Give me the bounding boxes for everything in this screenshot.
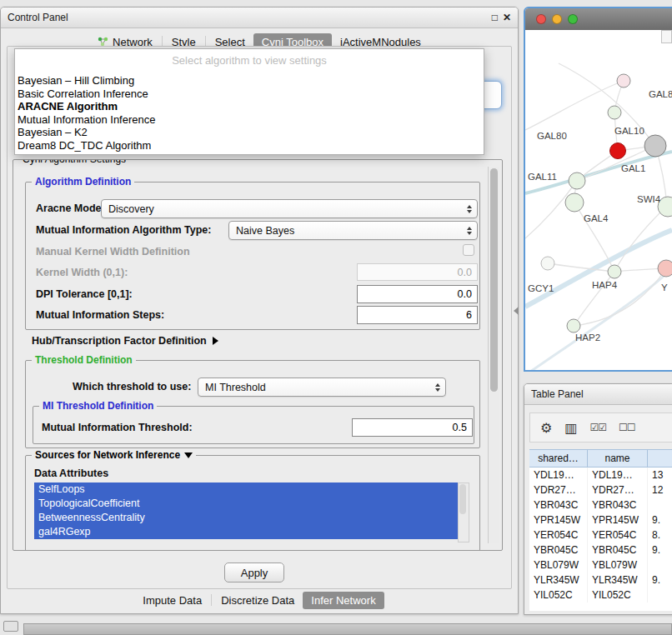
kernel-width-input[interactable]: [357, 263, 478, 281]
table-cell[interactable]: 12: [648, 482, 672, 498]
close-window-icon[interactable]: ✕: [503, 12, 511, 23]
bottom-status-strip: [23, 623, 672, 635]
graph-node-hap2[interactable]: [567, 319, 580, 332]
splitter-collapse-arrow[interactable]: [514, 307, 519, 315]
settings-scrollbar[interactable]: [488, 167, 499, 543]
table-cell[interactable]: YIL052C: [529, 588, 588, 602]
table-cell[interactable]: 9.: [648, 512, 672, 528]
graph-node-gal1[interactable]: [644, 135, 666, 157]
table-cell[interactable]: YBR045C: [588, 542, 648, 558]
restore-panel-icon[interactable]: [3, 621, 18, 632]
which-threshold-select[interactable]: MI Threshold: [198, 378, 446, 397]
apply-button[interactable]: Apply: [224, 562, 284, 582]
mi-steps-input[interactable]: [357, 306, 478, 324]
table-cell[interactable]: YER054C: [529, 528, 588, 542]
gear-icon[interactable]: ⚙: [540, 420, 552, 436]
graph-node-gal4[interactable]: [565, 193, 584, 212]
algorithm-option[interactable]: Mutual Information Inference: [15, 113, 484, 127]
table-header-row: shared… name: [529, 449, 672, 468]
table-cell[interactable]: YER054C: [588, 528, 648, 542]
table-panel-titlebar[interactable]: Table Panel: [524, 384, 672, 405]
dpi-tolerance-label: DPI Tolerance [0,1]:: [36, 288, 133, 300]
canvas-scrollbar-top[interactable]: [661, 30, 672, 43]
attribute-item-selected[interactable]: gal4RGexp: [34, 525, 458, 539]
close-traffic-light[interactable]: [536, 14, 546, 24]
control-panel-titlebar[interactable]: Control Panel □ ✕: [1, 8, 518, 28]
mi-threshold-input[interactable]: [352, 418, 473, 437]
algorithm-option[interactable]: Bayesian – K2: [15, 126, 484, 139]
graph-node-gal11[interactable]: [569, 172, 585, 189]
sources-group-title[interactable]: Sources for Network Inference: [32, 449, 196, 461]
algorithm-option[interactable]: Bayesian – Hill Climbing: [15, 74, 484, 88]
mi-algorithm-type-select[interactable]: Naive Bayes: [228, 221, 478, 240]
table-row[interactable]: YPR145W YPR145W 9.: [529, 512, 672, 528]
table-row[interactable]: YIL052C YIL052C: [529, 588, 672, 602]
table-cell[interactable]: YLR345W: [529, 572, 588, 588]
deselect-all-columns-icon[interactable]: ☐☐: [619, 422, 635, 433]
table-cell[interactable]: YIL052C: [588, 588, 648, 602]
float-window-icon[interactable]: □: [492, 12, 498, 23]
manual-kernel-width-checkbox[interactable]: [463, 244, 474, 256]
table-row[interactable]: YDR27… YDR27… 12: [529, 482, 672, 498]
attributes-scrollbar-thumb[interactable]: [459, 484, 466, 514]
table-cell[interactable]: YDR27…: [529, 482, 588, 498]
table-header-cell[interactable]: shared…: [529, 449, 588, 468]
table-cell[interactable]: YDR27…: [588, 482, 648, 498]
algorithm-option[interactable]: Basic Correlation Inference: [15, 88, 484, 101]
table-row[interactable]: YLR345W YLR345W 9.: [529, 572, 672, 588]
attribute-item-selected[interactable]: BetweennessCentrality: [34, 511, 458, 525]
select-all-columns-icon[interactable]: ☑☑: [589, 422, 606, 433]
tab-infer-network[interactable]: Infer Network: [303, 592, 384, 609]
attributes-scrollbar[interactable]: [458, 482, 469, 542]
graph-node[interactable]: [658, 260, 672, 277]
algorithm-option-selected[interactable]: ARACNE Algorithm: [15, 100, 484, 113]
table-cell[interactable]: YBR045C: [529, 542, 588, 558]
table-cell[interactable]: [648, 498, 672, 512]
table-cell[interactable]: YDL19…: [529, 468, 588, 482]
mi-threshold-definition-title: MI Threshold Definition: [39, 400, 157, 412]
table-cell[interactable]: YLR345W: [588, 572, 648, 588]
table-cell[interactable]: YBR043C: [529, 498, 588, 512]
table-cell[interactable]: YBR043C: [588, 498, 648, 512]
algorithm-option[interactable]: Dream8 DC_TDC Algorithm: [15, 139, 484, 152]
tab-infer-network-label: Infer Network: [311, 594, 375, 607]
hub-factor-section-toggle[interactable]: Hub/Transcription Factor Definition: [32, 335, 218, 347]
table-cell[interactable]: [648, 588, 672, 602]
network-window-titlebar[interactable]: [525, 8, 672, 30]
tab-separator: [211, 594, 212, 606]
table-cell[interactable]: YPR145W: [529, 512, 588, 528]
table-header-cell[interactable]: name: [588, 449, 648, 468]
aracne-mode-select[interactable]: Discovery: [101, 199, 478, 218]
graph-node-hap4[interactable]: [608, 265, 621, 278]
tab-impute-data[interactable]: Impute Data: [134, 592, 210, 609]
graph-node[interactable]: [617, 74, 630, 88]
minimize-traffic-light[interactable]: [552, 14, 562, 24]
table-cell[interactable]: 8.: [648, 528, 672, 542]
graph-node-gal10[interactable]: [610, 143, 626, 159]
algorithm-definition-title: Algorithm Definition: [32, 176, 134, 188]
table-cell[interactable]: 13: [648, 468, 672, 482]
table-cell[interactable]: 9.: [648, 572, 672, 588]
attribute-item-selected[interactable]: SelfLoops: [34, 482, 458, 497]
table-row[interactable]: YER054C YER054C 8.: [529, 528, 672, 542]
attribute-item-selected[interactable]: TopologicalCoefficient: [34, 497, 458, 511]
table-cell[interactable]: 9.: [648, 542, 672, 558]
settings-scrollbar-thumb[interactable]: [490, 168, 498, 392]
table-cell[interactable]: YPR145W: [588, 512, 648, 528]
table-cell[interactable]: [648, 558, 672, 572]
table-row[interactable]: YBR043C YBR043C: [529, 498, 672, 512]
table-row[interactable]: YDL19… YDL19… 13: [529, 468, 672, 482]
tab-discretize-data[interactable]: Discretize Data: [213, 592, 303, 609]
graph-node[interactable]: [608, 106, 621, 119]
table-row[interactable]: YBL079W YBL079W: [529, 558, 672, 572]
table-cell[interactable]: YDL19…: [588, 468, 648, 482]
graph-node-gcy1[interactable]: [541, 257, 554, 270]
columns-icon[interactable]: ▥: [564, 420, 577, 436]
table-cell[interactable]: YBL079W: [588, 558, 648, 572]
table-row[interactable]: YBR045C YBR045C 9.: [529, 542, 672, 558]
dpi-tolerance-input[interactable]: [357, 285, 478, 303]
zoom-traffic-light[interactable]: [568, 14, 578, 24]
table-header-cell[interactable]: [648, 449, 672, 468]
table-cell[interactable]: YBL079W: [529, 558, 588, 572]
network-canvas[interactable]: GAL80 GAL10 GAL8 GAL11 GAL1 SWI4 GAL4 GC…: [525, 30, 672, 370]
